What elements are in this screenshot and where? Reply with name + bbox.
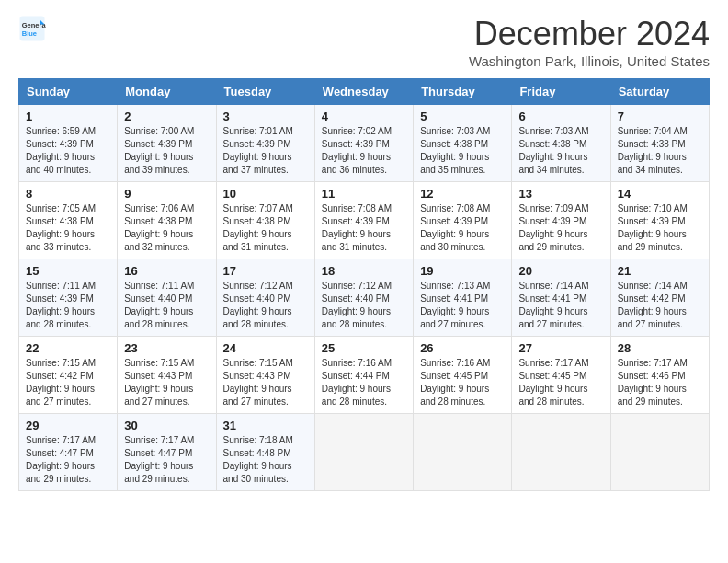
day-info: Sunrise: 7:13 AMSunset: 4:41 PMDaylight:… xyxy=(420,280,505,331)
day-info: Sunrise: 7:15 AMSunset: 4:43 PMDaylight:… xyxy=(223,357,308,408)
day-info: Sunrise: 7:02 AMSunset: 4:39 PMDaylight:… xyxy=(322,125,406,177)
day-number: 25 xyxy=(322,341,406,355)
calendar-cell: 7Sunrise: 7:04 AMSunset: 4:38 PMDaylight… xyxy=(610,105,709,182)
calendar-cell: 20Sunrise: 7:14 AMSunset: 4:41 PMDayligh… xyxy=(512,259,610,337)
day-number: 18 xyxy=(322,264,406,278)
day-info: Sunrise: 7:03 AMSunset: 4:38 PMDaylight:… xyxy=(518,125,603,177)
day-number: 19 xyxy=(420,264,505,278)
logo-icon: General Blue xyxy=(18,15,46,42)
calendar-cell: 22Sunrise: 7:15 AMSunset: 4:42 PMDayligh… xyxy=(19,337,118,414)
calendar-cell: 30Sunrise: 7:17 AMSunset: 4:47 PMDayligh… xyxy=(118,414,216,491)
day-number: 9 xyxy=(124,187,209,201)
calendar-cell xyxy=(414,414,512,491)
day-number: 22 xyxy=(26,341,110,355)
day-number: 23 xyxy=(124,341,209,355)
calendar-cell: 18Sunrise: 7:12 AMSunset: 4:40 PMDayligh… xyxy=(314,259,413,337)
day-number: 7 xyxy=(618,109,702,123)
svg-text:Blue: Blue xyxy=(22,29,37,38)
calendar-cell: 12Sunrise: 7:08 AMSunset: 4:39 PMDayligh… xyxy=(414,182,512,259)
calendar-week-4: 22Sunrise: 7:15 AMSunset: 4:42 PMDayligh… xyxy=(19,337,710,414)
day-number: 26 xyxy=(420,341,505,355)
calendar-dow-saturday: Saturday xyxy=(610,79,709,105)
day-info: Sunrise: 7:01 AMSunset: 4:39 PMDaylight:… xyxy=(223,125,308,177)
day-number: 28 xyxy=(618,341,702,355)
calendar-cell: 14Sunrise: 7:10 AMSunset: 4:39 PMDayligh… xyxy=(610,182,709,259)
day-number: 8 xyxy=(26,187,110,201)
day-info: Sunrise: 7:08 AMSunset: 4:39 PMDaylight:… xyxy=(420,202,505,254)
calendar-table: SundayMondayTuesdayWednesdayThursdayFrid… xyxy=(18,78,710,491)
day-number: 31 xyxy=(223,419,308,432)
day-info: Sunrise: 7:09 AMSunset: 4:39 PMDaylight:… xyxy=(518,202,603,254)
calendar-cell: 10Sunrise: 7:07 AMSunset: 4:38 PMDayligh… xyxy=(216,182,314,259)
calendar-cell: 8Sunrise: 7:05 AMSunset: 4:38 PMDaylight… xyxy=(19,182,118,259)
day-number: 14 xyxy=(618,187,702,201)
day-info: Sunrise: 7:16 AMSunset: 4:45 PMDaylight:… xyxy=(420,357,505,408)
day-info: Sunrise: 7:17 AMSunset: 4:45 PMDaylight:… xyxy=(518,357,603,408)
calendar-dow-wednesday: Wednesday xyxy=(314,79,413,105)
calendar-cell: 19Sunrise: 7:13 AMSunset: 4:41 PMDayligh… xyxy=(414,259,512,337)
calendar-cell xyxy=(610,414,709,491)
calendar-cell: 26Sunrise: 7:16 AMSunset: 4:45 PMDayligh… xyxy=(414,337,512,414)
day-info: Sunrise: 7:17 AMSunset: 4:46 PMDaylight:… xyxy=(618,357,702,408)
day-number: 5 xyxy=(420,109,505,123)
calendar-dow-thursday: Thursday xyxy=(414,79,512,105)
calendar-cell: 13Sunrise: 7:09 AMSunset: 4:39 PMDayligh… xyxy=(512,182,610,259)
calendar-dow-sunday: Sunday xyxy=(19,79,118,105)
calendar-cell: 3Sunrise: 7:01 AMSunset: 4:39 PMDaylight… xyxy=(216,105,314,182)
calendar-cell: 4Sunrise: 7:02 AMSunset: 4:39 PMDaylight… xyxy=(314,105,413,182)
day-info: Sunrise: 7:10 AMSunset: 4:39 PMDaylight:… xyxy=(618,202,702,254)
day-info: Sunrise: 6:59 AMSunset: 4:39 PMDaylight:… xyxy=(26,125,110,177)
calendar-cell: 28Sunrise: 7:17 AMSunset: 4:46 PMDayligh… xyxy=(610,337,709,414)
day-info: Sunrise: 7:17 AMSunset: 4:47 PMDaylight:… xyxy=(26,434,110,486)
day-number: 20 xyxy=(518,264,603,278)
day-number: 1 xyxy=(26,109,110,123)
day-number: 29 xyxy=(26,419,110,432)
day-number: 10 xyxy=(223,187,308,201)
day-info: Sunrise: 7:05 AMSunset: 4:38 PMDaylight:… xyxy=(26,202,110,254)
calendar-cell: 29Sunrise: 7:17 AMSunset: 4:47 PMDayligh… xyxy=(19,414,118,491)
calendar-cell: 6Sunrise: 7:03 AMSunset: 4:38 PMDaylight… xyxy=(512,105,610,182)
calendar-week-5: 29Sunrise: 7:17 AMSunset: 4:47 PMDayligh… xyxy=(19,414,710,491)
day-number: 12 xyxy=(420,187,505,201)
day-info: Sunrise: 7:15 AMSunset: 4:42 PMDaylight:… xyxy=(26,357,110,408)
day-info: Sunrise: 7:08 AMSunset: 4:39 PMDaylight:… xyxy=(322,202,406,254)
day-number: 17 xyxy=(223,264,308,278)
day-info: Sunrise: 7:12 AMSunset: 4:40 PMDaylight:… xyxy=(322,280,406,331)
day-info: Sunrise: 7:15 AMSunset: 4:43 PMDaylight:… xyxy=(124,357,209,408)
calendar-week-1: 1Sunrise: 6:59 AMSunset: 4:39 PMDaylight… xyxy=(19,105,710,182)
calendar-cell: 5Sunrise: 7:03 AMSunset: 4:38 PMDaylight… xyxy=(414,105,512,182)
calendar-cell: 15Sunrise: 7:11 AMSunset: 4:39 PMDayligh… xyxy=(19,259,118,337)
month-title: December 2024 xyxy=(469,15,710,53)
day-number: 30 xyxy=(124,419,209,432)
day-number: 21 xyxy=(618,264,702,278)
day-info: Sunrise: 7:11 AMSunset: 4:40 PMDaylight:… xyxy=(124,280,209,331)
day-number: 11 xyxy=(322,187,406,201)
calendar-cell xyxy=(314,414,413,491)
calendar-dow-friday: Friday xyxy=(512,79,610,105)
calendar-week-2: 8Sunrise: 7:05 AMSunset: 4:38 PMDaylight… xyxy=(19,182,710,259)
day-info: Sunrise: 7:14 AMSunset: 4:41 PMDaylight:… xyxy=(518,280,603,331)
day-info: Sunrise: 7:11 AMSunset: 4:39 PMDaylight:… xyxy=(26,280,110,331)
day-number: 24 xyxy=(223,341,308,355)
logo: General Blue xyxy=(18,15,46,42)
page-header: General Blue December 2024 Washington Pa… xyxy=(18,15,710,69)
day-number: 2 xyxy=(124,109,209,123)
calendar-cell: 11Sunrise: 7:08 AMSunset: 4:39 PMDayligh… xyxy=(314,182,413,259)
day-info: Sunrise: 7:07 AMSunset: 4:38 PMDaylight:… xyxy=(223,202,308,254)
calendar-cell: 2Sunrise: 7:00 AMSunset: 4:39 PMDaylight… xyxy=(118,105,216,182)
calendar-cell xyxy=(512,414,610,491)
calendar-cell: 23Sunrise: 7:15 AMSunset: 4:43 PMDayligh… xyxy=(118,337,216,414)
day-info: Sunrise: 7:16 AMSunset: 4:44 PMDaylight:… xyxy=(322,357,406,408)
day-info: Sunrise: 7:00 AMSunset: 4:39 PMDaylight:… xyxy=(124,125,209,177)
day-number: 16 xyxy=(124,264,209,278)
day-info: Sunrise: 7:18 AMSunset: 4:48 PMDaylight:… xyxy=(223,434,308,486)
day-number: 27 xyxy=(518,341,603,355)
day-number: 13 xyxy=(518,187,603,201)
day-number: 15 xyxy=(26,264,110,278)
day-number: 6 xyxy=(518,109,603,123)
day-number: 4 xyxy=(322,109,406,123)
calendar-cell: 24Sunrise: 7:15 AMSunset: 4:43 PMDayligh… xyxy=(216,337,314,414)
title-block: December 2024 Washington Park, Illinois,… xyxy=(469,15,710,69)
calendar-week-3: 15Sunrise: 7:11 AMSunset: 4:39 PMDayligh… xyxy=(19,259,710,337)
calendar-cell: 9Sunrise: 7:06 AMSunset: 4:38 PMDaylight… xyxy=(118,182,216,259)
